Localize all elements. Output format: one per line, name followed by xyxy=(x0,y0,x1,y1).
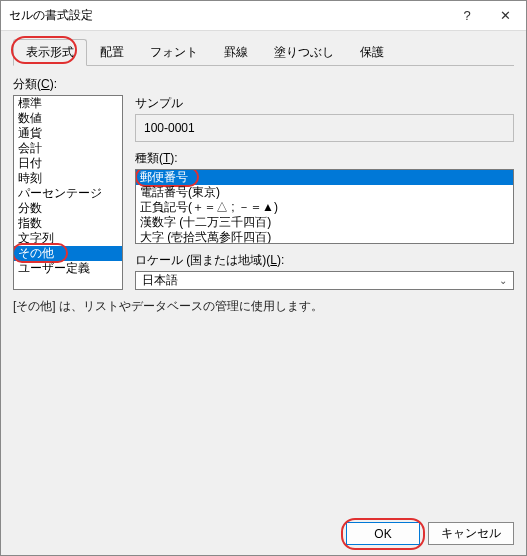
titlebar: セルの書式設定 ? ✕ xyxy=(1,1,526,31)
list-item[interactable]: 標準 xyxy=(14,96,122,111)
help-button[interactable]: ? xyxy=(448,2,486,30)
tab-border[interactable]: 罫線 xyxy=(211,39,261,66)
type-item[interactable]: 大字 (壱拾弐萬参阡四百) xyxy=(136,230,513,244)
list-item[interactable]: 会計 xyxy=(14,141,122,156)
type-item-postal[interactable]: 郵便番号 xyxy=(136,170,513,185)
tab-protection[interactable]: 保護 xyxy=(347,39,397,66)
tab-label: 表示形式 xyxy=(26,45,74,59)
type-item[interactable]: 正負記号(＋＝△ ; －＝▲) xyxy=(136,200,513,215)
right-pane: サンプル 100-0001 種類(T): 郵便番号 電話番号(東京) 正負記号(… xyxy=(135,95,514,290)
chevron-down-icon: ⌄ xyxy=(499,275,507,286)
list-item-other[interactable]: その他 xyxy=(14,246,122,261)
list-item-label: その他 xyxy=(18,246,54,260)
list-item[interactable]: 数値 xyxy=(14,111,122,126)
tab-label: 塗りつぶし xyxy=(274,45,334,59)
list-item[interactable]: 時刻 xyxy=(14,171,122,186)
close-button[interactable]: ✕ xyxy=(486,2,524,30)
type-item-label: 郵便番号 xyxy=(140,170,188,184)
tab-strip: 表示形式 配置 フォント 罫線 塗りつぶし 保護 xyxy=(13,39,514,66)
category-label: 分類(C): xyxy=(13,76,514,93)
tab-font[interactable]: フォント xyxy=(137,39,211,66)
close-icon: ✕ xyxy=(500,8,511,23)
list-item[interactable]: 文字列 xyxy=(14,231,122,246)
list-item[interactable]: パーセンテージ xyxy=(14,186,122,201)
type-item[interactable]: 漢数字 (十二万三千四百) xyxy=(136,215,513,230)
list-item[interactable]: 指数 xyxy=(14,216,122,231)
tab-fill[interactable]: 塗りつぶし xyxy=(261,39,347,66)
tab-label: フォント xyxy=(150,45,198,59)
button-label: OK xyxy=(374,527,391,541)
tab-alignment[interactable]: 配置 xyxy=(87,39,137,66)
cancel-button[interactable]: キャンセル xyxy=(428,522,514,545)
spacer xyxy=(13,315,514,510)
tab-label: 配置 xyxy=(100,45,124,59)
tab-number-format[interactable]: 表示形式 xyxy=(13,39,87,66)
type-label: 種類(T): xyxy=(135,150,514,167)
ok-button[interactable]: OK xyxy=(346,522,420,545)
locale-value: 日本語 xyxy=(142,272,178,289)
list-item[interactable]: 日付 xyxy=(14,156,122,171)
body-area: 標準 数値 通貨 会計 日付 時刻 パーセンテージ 分数 指数 文字列 その他 … xyxy=(13,95,514,290)
tab-label: 保護 xyxy=(360,45,384,59)
sample-box: 100-0001 xyxy=(135,114,514,142)
category-listbox[interactable]: 標準 数値 通貨 会計 日付 時刻 パーセンテージ 分数 指数 文字列 その他 … xyxy=(13,95,123,290)
dialog-cell-format: セルの書式設定 ? ✕ 表示形式 配置 フォント 罫線 塗りつぶし 保護 分類(… xyxy=(0,0,527,556)
list-item[interactable]: 通貨 xyxy=(14,126,122,141)
locale-label: ロケール (国または地域)(L): xyxy=(135,252,514,269)
list-item[interactable]: ユーザー定義 xyxy=(14,261,122,276)
footer: OK キャンセル xyxy=(13,522,514,545)
list-item[interactable]: 分数 xyxy=(14,201,122,216)
button-label: キャンセル xyxy=(441,525,501,542)
tab-label: 罫線 xyxy=(224,45,248,59)
sample-value: 100-0001 xyxy=(144,121,195,135)
dialog-title: セルの書式設定 xyxy=(9,7,448,24)
client-area: 表示形式 配置 フォント 罫線 塗りつぶし 保護 分類(C): 標準 数値 通貨… xyxy=(1,31,526,555)
locale-combobox[interactable]: 日本語 ⌄ xyxy=(135,271,514,290)
description-text: [その他] は、リストやデータベースの管理に使用します。 xyxy=(13,298,514,315)
type-listbox[interactable]: 郵便番号 電話番号(東京) 正負記号(＋＝△ ; －＝▲) 漢数字 (十二万三千… xyxy=(135,169,514,244)
sample-label: サンプル xyxy=(135,95,514,112)
type-item[interactable]: 電話番号(東京) xyxy=(136,185,513,200)
help-icon: ? xyxy=(463,8,470,23)
